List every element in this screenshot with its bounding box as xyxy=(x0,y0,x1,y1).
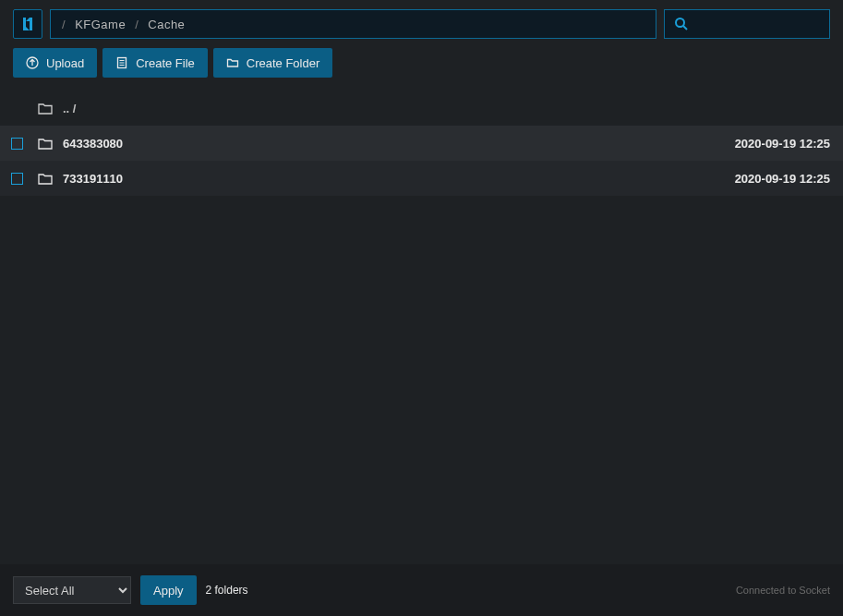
row-date: 2020-09-19 12:25 xyxy=(695,172,843,186)
svg-marker-3 xyxy=(26,27,30,30)
folder-count: 2 folders xyxy=(206,584,248,597)
create-folder-label: Create Folder xyxy=(247,56,319,70)
svg-rect-0 xyxy=(23,18,26,30)
row-checkbox[interactable] xyxy=(11,138,23,150)
search-input[interactable] xyxy=(664,9,830,39)
folder-plus-icon xyxy=(226,56,239,69)
svg-line-5 xyxy=(683,26,687,30)
svg-rect-1 xyxy=(30,18,32,30)
create-file-label: Create File xyxy=(136,56,195,70)
breadcrumb-sep: / xyxy=(135,18,138,31)
row-checkbox[interactable] xyxy=(11,173,23,185)
row-name[interactable]: 643383080 xyxy=(57,137,695,151)
file-list: .. / 643383080 2020-09-19 12:25 73319111… xyxy=(0,91,843,564)
logo-button[interactable] xyxy=(13,9,42,39)
upload-label: Upload xyxy=(46,56,84,70)
svg-point-4 xyxy=(676,18,684,27)
breadcrumb-item-1[interactable]: Cache xyxy=(142,18,190,31)
upload-button[interactable]: Upload xyxy=(13,48,97,78)
parent-label[interactable]: .. / xyxy=(57,102,695,115)
apply-label: Apply xyxy=(153,584,184,598)
svg-marker-2 xyxy=(26,18,30,21)
file-icon xyxy=(115,56,128,69)
search-icon xyxy=(674,17,689,31)
row-name[interactable]: 733191110 xyxy=(57,172,695,186)
create-file-button[interactable]: Create File xyxy=(102,48,208,78)
folder-icon xyxy=(38,138,53,150)
logo-icon xyxy=(18,15,37,33)
connection-status: Connected to Socket xyxy=(736,585,830,596)
parent-row[interactable]: .. / xyxy=(0,91,843,126)
breadcrumb-item-0[interactable]: KFGame xyxy=(69,18,131,31)
table-row[interactable]: 643383080 2020-09-19 12:25 xyxy=(0,126,843,161)
folder-icon xyxy=(38,173,53,185)
folder-icon xyxy=(38,103,53,115)
row-date: 2020-09-19 12:25 xyxy=(695,137,843,151)
upload-icon xyxy=(26,56,39,69)
table-row[interactable]: 733191110 2020-09-19 12:25 xyxy=(0,161,843,196)
breadcrumb-sep: / xyxy=(62,18,66,31)
create-folder-button[interactable]: Create Folder xyxy=(213,48,332,78)
apply-button[interactable]: Apply xyxy=(140,575,197,605)
breadcrumb[interactable]: / KFGame / Cache xyxy=(50,9,656,39)
select-all-dropdown[interactable]: Select All xyxy=(13,576,131,604)
